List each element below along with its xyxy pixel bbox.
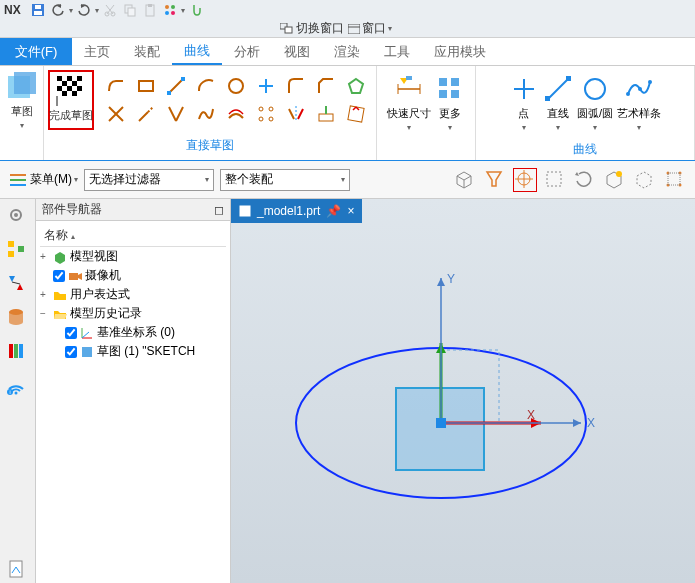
dimension-icon — [394, 74, 424, 104]
redo-icon — [77, 3, 91, 17]
rectangle-tool[interactable] — [134, 74, 158, 98]
viewport[interactable]: _model1.prt 📌 × X X — [231, 199, 695, 583]
offset-tool[interactable] — [224, 102, 248, 126]
props-button[interactable] — [161, 1, 179, 19]
fillet-tool[interactable] — [284, 74, 308, 98]
sel-wire-button[interactable] — [543, 168, 567, 192]
more-button[interactable]: 更多 ▾ — [435, 74, 465, 132]
tab-tools[interactable]: 工具 — [372, 38, 422, 65]
tab-view[interactable]: 视图 — [272, 38, 322, 65]
tab-assembly[interactable]: 装配 — [122, 38, 172, 65]
redo-button[interactable] — [75, 1, 93, 19]
tree-checkbox[interactable] — [65, 346, 77, 358]
y-axis-ext-arrow — [437, 278, 445, 286]
chevron-down-icon: ▾ — [205, 175, 209, 184]
arc-icon — [196, 76, 216, 96]
arc-button[interactable]: 圆弧/圆 ▾ — [577, 74, 613, 132]
nav-column-name[interactable]: 名称 ▴ — [40, 225, 226, 247]
rail-nav[interactable] — [6, 239, 30, 263]
tree-user-expr[interactable]: + 用户表达式 — [40, 285, 226, 304]
svg-point-68 — [585, 79, 605, 99]
spline-button[interactable]: 艺术样条 ▾ — [617, 74, 661, 132]
expand-icon[interactable]: + — [40, 289, 50, 300]
extend-tool[interactable] — [134, 102, 158, 126]
chamfer-tool[interactable] — [314, 74, 338, 98]
tree-model-view[interactable]: + 模型视图 — [40, 247, 226, 266]
point-button[interactable]: 点 ▾ — [509, 74, 539, 132]
polygon-tool[interactable] — [344, 74, 368, 98]
profile-tool[interactable] — [104, 74, 128, 98]
svg-rect-31 — [72, 91, 77, 96]
copy-button[interactable] — [121, 1, 139, 19]
tree-history[interactable]: − 模型历史记录 — [40, 304, 226, 323]
window-button[interactable]: 窗口 ▾ — [348, 20, 392, 37]
redo-dropdown[interactable]: ▾ — [95, 6, 99, 15]
pattern-tool[interactable] — [254, 102, 278, 126]
pin-icon[interactable]: 📌 — [326, 204, 341, 218]
rail-db[interactable] — [6, 307, 30, 331]
sel-cube-button[interactable] — [453, 168, 477, 192]
rail-constraint[interactable] — [6, 273, 30, 297]
scene[interactable]: X X Y — [231, 223, 695, 583]
sel-iso-button[interactable] — [603, 168, 627, 192]
menu-dropdown-button[interactable]: 菜单(M) ▾ — [8, 171, 78, 188]
doc-icon — [6, 559, 26, 579]
touch-button[interactable] — [187, 1, 205, 19]
spline-tool[interactable] — [194, 102, 218, 126]
ribbon-group-sketch: 草图 ▾ — [0, 66, 44, 160]
tab-app[interactable]: 应用模块 — [422, 38, 498, 65]
paste-button[interactable] — [141, 1, 159, 19]
collapse-icon[interactable]: − — [40, 308, 50, 319]
datum-icon — [80, 326, 94, 340]
sel-solid-button[interactable] — [633, 168, 657, 192]
mirror-tool[interactable] — [284, 102, 308, 126]
origin-marker[interactable] — [436, 418, 446, 428]
arc-tool[interactable] — [194, 74, 218, 98]
rail-doc[interactable] — [6, 559, 30, 583]
tab-analysis[interactable]: 分析 — [222, 38, 272, 65]
convert-tool[interactable] — [344, 102, 368, 126]
undo-dropdown[interactable]: ▾ — [69, 6, 73, 15]
undo-button[interactable] — [49, 1, 67, 19]
circle-tool[interactable] — [224, 74, 248, 98]
sel-filter-button[interactable] — [483, 168, 507, 192]
tree-datum[interactable]: 基准坐标系 (0) — [40, 323, 226, 342]
tree-checkbox[interactable] — [53, 270, 65, 282]
assembly-select[interactable]: 整个装配 ▾ — [220, 169, 350, 191]
sel-refresh-button[interactable] — [573, 168, 597, 192]
finish-sketch-button[interactable]: 完成草图 — [52, 74, 90, 123]
tree-camera[interactable]: 摄像机 — [40, 266, 226, 285]
tab-home[interactable]: 主页 — [72, 38, 122, 65]
svg-line-65 — [548, 79, 568, 99]
close-icon[interactable]: × — [347, 204, 354, 218]
tab-render[interactable]: 渲染 — [322, 38, 372, 65]
line-button[interactable]: 直线 ▾ — [543, 74, 573, 132]
tree-sketch[interactable]: 草图 (1) "SKETCH — [40, 342, 226, 361]
tab-curve[interactable]: 曲线 — [172, 38, 222, 65]
rail-books[interactable] — [6, 341, 30, 365]
save-button[interactable] — [29, 1, 47, 19]
point-tool[interactable] — [254, 74, 278, 98]
nav-pin-icon[interactable]: ◻ — [214, 203, 224, 217]
pattern-icon — [256, 104, 276, 124]
rail-settings[interactable] — [6, 205, 30, 229]
rail-wifi[interactable]: i — [6, 375, 30, 399]
corner-tool[interactable] — [164, 102, 188, 126]
sketch-button[interactable]: 草图 ▾ — [3, 70, 41, 130]
cut-button[interactable] — [101, 1, 119, 19]
more-label: 更多 — [439, 106, 461, 121]
project-tool[interactable] — [314, 102, 338, 126]
spline-label: 艺术样条 — [617, 106, 661, 121]
trim-tool[interactable] — [104, 102, 128, 126]
line-tool[interactable] — [164, 74, 188, 98]
filter-select[interactable]: 无选择过滤器 ▾ — [84, 169, 214, 191]
tree-checkbox[interactable] — [65, 327, 77, 339]
sel-crosshair-button[interactable] — [513, 168, 537, 192]
props-dropdown[interactable]: ▾ — [181, 6, 185, 15]
quick-dimension-button[interactable]: 快速尺寸 ▾ — [387, 74, 431, 132]
file-menu[interactable]: 文件(F) — [0, 38, 72, 65]
sel-points-button[interactable] — [663, 168, 687, 192]
expand-icon[interactable]: + — [40, 251, 50, 262]
switch-window-button[interactable]: 切换窗口 — [280, 20, 344, 37]
viewport-tab[interactable]: _model1.prt 📌 × — [231, 199, 362, 223]
